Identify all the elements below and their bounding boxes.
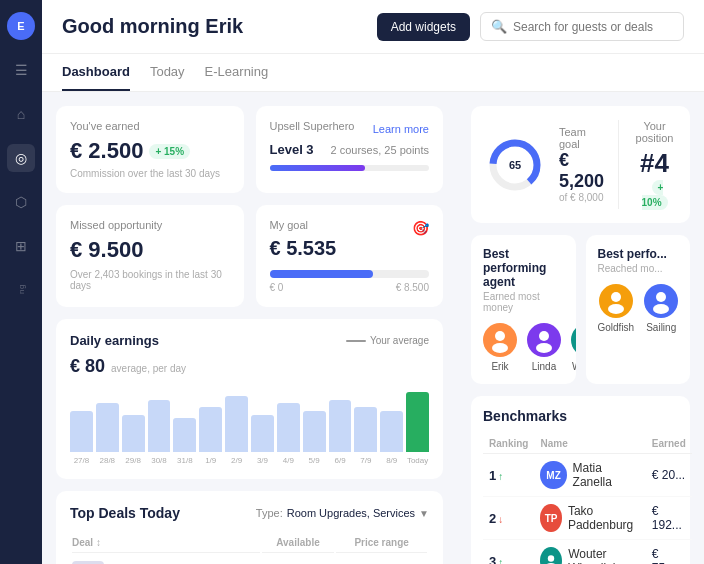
header: Good morning Erik Add widgets 🔍 xyxy=(42,0,704,54)
upsell-progress-bg xyxy=(270,165,430,171)
agent-name: Linda xyxy=(532,361,556,372)
add-widgets-button[interactable]: Add widgets xyxy=(377,13,470,41)
avg-label-text: Your average xyxy=(370,335,429,346)
sidebar-item-dashboard[interactable]: ◎ xyxy=(7,144,35,172)
bar-group: 4/9 xyxy=(277,403,300,465)
bm-col-ranking: Ranking xyxy=(483,434,534,454)
bar xyxy=(277,403,300,452)
tab-elearning[interactable]: E-Learning xyxy=(205,54,269,91)
svg-point-9 xyxy=(608,304,624,314)
bar xyxy=(199,407,222,452)
agent-name: Erik xyxy=(491,361,508,372)
position-title: Your position xyxy=(633,120,676,144)
bar-group: 29/8 xyxy=(122,415,145,466)
agent-name: Wouter xyxy=(572,361,576,372)
benchmarks-table: Ranking Name Earned 1↑ MZ Matia Zanella … xyxy=(483,434,692,564)
agent-avatar xyxy=(571,323,576,357)
goal-label: My goal xyxy=(270,219,309,231)
bm-col-earned: Earned xyxy=(646,434,692,454)
earnings-card: Daily earnings Your average € 80 average… xyxy=(56,319,443,479)
bar-label: Today xyxy=(407,456,428,465)
sidebar-item-menu[interactable]: ☰ xyxy=(7,56,35,84)
deals-type-value: Room Upgrades, Services xyxy=(287,507,415,519)
goal-progress-wrap: € 0 € 8.500 xyxy=(270,270,430,293)
goal-labels: € 0 € 8.500 xyxy=(270,282,430,293)
upsell-courses: 2 courses, 25 points xyxy=(331,144,429,156)
person-icon xyxy=(486,326,514,354)
learn-more-link[interactable]: Learn more xyxy=(373,123,429,135)
best-agents-sub-2: Reached mo... xyxy=(598,263,679,274)
agent: Wouter xyxy=(571,323,576,372)
donut-wrap: 65 xyxy=(485,135,545,195)
table-row: 2↓ TP Tako Paddenburg € 192... xyxy=(483,497,692,540)
bar-group: Today xyxy=(406,392,429,465)
position-number: #4 xyxy=(633,148,676,179)
bm-col-name: Name xyxy=(534,434,645,454)
deals-type-label: Type: xyxy=(256,507,283,519)
svg-point-11 xyxy=(653,304,669,314)
bar-group: 27/8 xyxy=(70,411,93,465)
bar-label: 28/8 xyxy=(100,456,116,465)
tab-today[interactable]: Today xyxy=(150,54,185,91)
bm-rank: 1↑ xyxy=(483,454,534,497)
benchmarks-title: Benchmarks xyxy=(483,408,678,424)
bar-label: 6/9 xyxy=(334,456,345,465)
svg-point-2 xyxy=(495,331,505,341)
bar-group: 28/8 xyxy=(96,403,119,465)
sidebar-avatar[interactable]: E xyxy=(7,12,35,40)
bm-avatar: TP xyxy=(540,504,561,532)
avg-line-label: Your average xyxy=(346,335,429,346)
right-panel: 65 Team goal € 5,200 of € 8,000 Your pos… xyxy=(457,92,704,564)
svg-point-5 xyxy=(536,343,552,353)
position-badge: + 10% xyxy=(642,180,668,210)
deals-type: Type: Room Upgrades, Services ▼ xyxy=(256,507,429,519)
person-icon xyxy=(530,326,558,354)
goal-card: My goal 🎯 € 5.535 € 0 € 8.500 xyxy=(256,205,444,307)
search-input[interactable] xyxy=(513,20,673,34)
bm-name-cell: MZ Matia Zanella xyxy=(534,454,645,497)
chevron-down-icon[interactable]: ▼ xyxy=(419,508,429,519)
bar-label: 5/9 xyxy=(309,456,320,465)
agent-name: Goldfish xyxy=(598,322,635,333)
team-goal-sub: of € 8,000 xyxy=(559,192,604,203)
earnings-amount: € 80 xyxy=(70,356,105,377)
bar xyxy=(406,392,429,452)
tab-dashboard[interactable]: Dashboard xyxy=(62,54,130,91)
agent-avatar xyxy=(527,323,561,357)
missed-row: Missed opportunity € 9.500 Over 2,403 bo… xyxy=(56,205,443,307)
earned-card: You've earned € 2.500 + 15% Commission o… xyxy=(56,106,244,193)
earned-sublabel: Commission over the last 30 days xyxy=(70,168,230,179)
upsell-level: Level 3 xyxy=(270,142,314,157)
rank-arrow-up-icon: ↑ xyxy=(498,471,503,482)
rank-arrow-down-icon: ↓ xyxy=(498,514,503,525)
bar-label: 7/9 xyxy=(360,456,371,465)
best-agents-row: Best performing agent Earned most money … xyxy=(471,235,690,384)
left-panel: You've earned € 2.500 + 15% Commission o… xyxy=(42,92,457,564)
team-info: Team goal € 5,200 of € 8,000 xyxy=(559,126,604,203)
agent-name: Sailing xyxy=(646,322,676,333)
bar-label: 31/8 xyxy=(177,456,193,465)
earned-badge: + 15% xyxy=(149,144,190,159)
bar-chart: 27/828/829/830/831/81/92/93/94/95/96/97/… xyxy=(70,385,429,465)
deals-table: Deal ↕ Available Price range Deluxe Room… xyxy=(70,531,429,564)
bm-rank: 2↓ xyxy=(483,497,534,540)
bar-label: 3/9 xyxy=(257,456,268,465)
sidebar-item-tasks[interactable]: ⊞ xyxy=(7,232,35,260)
sidebar-item-home[interactable]: ⌂ xyxy=(7,100,35,128)
bar-label: 30/8 xyxy=(151,456,167,465)
content: You've earned € 2.500 + 15% Commission o… xyxy=(42,92,704,564)
earned-label: You've earned xyxy=(70,120,230,132)
bar-group: 7/9 xyxy=(354,407,377,465)
main-area: Good morning Erik Add widgets 🔍 Dashboar… xyxy=(42,0,704,564)
person-icon xyxy=(602,287,630,315)
agent: Linda xyxy=(527,323,561,372)
sidebar-item-deals[interactable]: ⬡ xyxy=(7,188,35,216)
page-title: Good morning Erik xyxy=(62,15,243,38)
bar xyxy=(380,411,403,452)
bm-name-cell: Wouter Wisselink xyxy=(534,540,645,565)
bar xyxy=(225,396,248,452)
table-row: Deluxe Room 3 € 30 – €50 per room xyxy=(72,555,427,564)
bar xyxy=(148,400,171,453)
svg-point-8 xyxy=(611,292,621,302)
missed-amount: € 9.500 xyxy=(70,237,230,263)
